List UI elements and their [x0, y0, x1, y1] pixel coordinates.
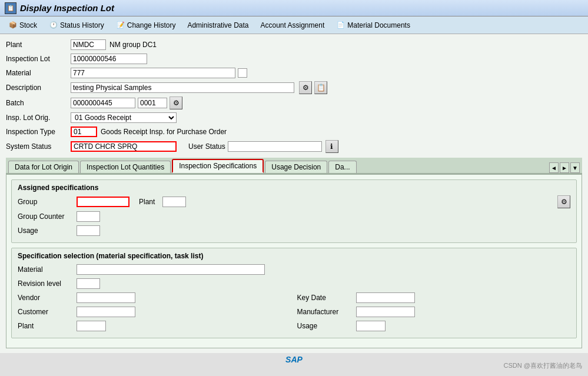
spec-usage-input[interactable] — [356, 321, 386, 331]
tab-nav-more-button[interactable]: ▼ — [570, 162, 580, 173]
tab-data-for-lot-origin[interactable]: Data for Lot Origin — [8, 161, 79, 173]
usage-row: Usage — [18, 225, 570, 237]
description-label: Description — [6, 84, 71, 92]
pencil-icon: 📝 — [116, 21, 125, 30]
tab-bar: Data for Lot Origin Inspection Lot Quant… — [6, 158, 582, 174]
batch-label: Batch — [6, 99, 71, 107]
vendor-label: Vendor — [18, 294, 77, 302]
spec-material-row: Material — [18, 264, 570, 275]
spec-usage-row: Usage — [297, 320, 571, 332]
menu-status-history[interactable]: 🕐 Status History — [44, 19, 109, 31]
group-counter-row: Group Counter — [18, 211, 570, 222]
system-status-label: System Status — [6, 142, 71, 151]
menu-administrative-data[interactable]: Administrative Data — [182, 20, 253, 31]
clock-icon: 🕐 — [49, 21, 58, 30]
menu-change-history[interactable]: 📝 Change History — [111, 19, 181, 31]
sap-logo: SAP — [285, 355, 303, 364]
spec-plant-row: Plant — [18, 320, 291, 332]
title-bar: 📋 Display Inspection Lot — [0, 0, 588, 16]
manufacturer-input[interactable] — [356, 307, 415, 317]
watermark: CSDN @喜欢打酱油的老鸟 — [504, 361, 582, 370]
description-row: Description ⚙ 📋 — [6, 81, 582, 94]
description-copy-button[interactable]: 📋 — [314, 81, 327, 94]
batch-input2[interactable] — [138, 98, 167, 108]
form-area: Plant NM group DC1 Inspection Lot Materi… — [6, 39, 582, 153]
tab-nav-area: ◄ ► ▼ — [548, 162, 580, 173]
inspection-type-row: Inspection Type Goods Receipt Insp. for … — [6, 126, 582, 138]
group-plant-input[interactable] — [162, 197, 186, 207]
manufacturer-label: Manufacturer — [297, 308, 356, 316]
plant-label: Plant — [6, 41, 71, 49]
description-settings-button[interactable]: ⚙ — [299, 81, 312, 94]
plant-row: Plant NM group DC1 — [6, 39, 582, 51]
spec-material-input[interactable] — [77, 264, 265, 275]
group-plant-label: Plant — [139, 198, 162, 206]
menu-account-assignment[interactable]: Account Assignment — [255, 20, 329, 31]
spec-usage-label: Usage — [297, 322, 356, 330]
customer-label: Customer — [18, 308, 77, 316]
spec-material-label: Material — [18, 265, 77, 274]
menu-bar: 📦 Stock 🕐 Status History 📝 Change Histor… — [0, 16, 588, 34]
system-status-input[interactable] — [71, 141, 177, 152]
menu-stock[interactable]: 📦 Stock — [4, 19, 42, 31]
plant-name: NM group DC1 — [109, 41, 157, 49]
material-label: Material — [6, 69, 71, 77]
revision-level-label: Revision level — [18, 279, 77, 288]
description-input[interactable] — [71, 82, 294, 93]
batch-icon-button[interactable]: ⚙ — [170, 97, 182, 109]
assigned-specifications-title: Assigned specifications — [18, 184, 570, 192]
group-counter-input[interactable] — [77, 211, 100, 222]
customer-input[interactable] — [77, 307, 135, 317]
menu-material-documents[interactable]: 📄 Material Documents — [331, 19, 415, 31]
tab-nav-right-button[interactable]: ► — [560, 162, 569, 173]
key-date-row: Key Date — [297, 292, 571, 304]
customer-row: Customer — [18, 306, 291, 318]
spec-col-right: Key Date Manufacturer Usage — [297, 292, 571, 334]
inspection-lot-label: Inspection Lot — [6, 55, 71, 63]
tab-inspection-specifications[interactable]: Inspection Specifications — [172, 159, 264, 173]
key-date-input[interactable] — [356, 292, 415, 303]
inspection-lot-row: Inspection Lot — [6, 53, 582, 65]
tab-da[interactable]: Da... — [328, 161, 356, 173]
vendor-row: Vendor — [18, 292, 291, 304]
material-row: Material — [6, 67, 582, 79]
system-status-row: System Status User Status ℹ — [6, 140, 582, 153]
group-input[interactable] — [77, 197, 129, 207]
stock-icon: 📦 — [8, 21, 18, 30]
inspection-type-input[interactable] — [71, 127, 97, 137]
user-status-input[interactable] — [228, 141, 322, 152]
group-row: Group Plant ⚙ — [18, 195, 570, 208]
batch-row: Batch ⚙ — [6, 97, 582, 109]
plant-code-input[interactable] — [71, 39, 106, 50]
assigned-spec-settings-button[interactable]: ⚙ — [557, 195, 570, 208]
app-icon: 📋 — [5, 2, 16, 14]
tab-nav-left-button[interactable]: ◄ — [549, 162, 559, 173]
user-status-label: User Status — [188, 142, 225, 151]
insp-lot-orig-label: Insp. Lot Orig. — [6, 114, 71, 122]
manufacturer-row: Manufacturer — [297, 306, 571, 318]
spec-col-left: Vendor Customer Plant — [18, 292, 291, 334]
vendor-input[interactable] — [77, 292, 135, 303]
insp-lot-orig-select[interactable]: 01 Goods Receipt — [71, 112, 177, 123]
insp-lot-orig-row: Insp. Lot Orig. 01 Goods Receipt — [6, 112, 582, 124]
assigned-specifications-section: Assigned specifications Group Plant ⚙ Gr… — [11, 179, 577, 243]
tab-usage-decision[interactable]: Usage Decision — [265, 161, 327, 173]
group-counter-label: Group Counter — [18, 212, 77, 221]
inspection-type-text: Goods Receipt Insp. for Purchase Order — [101, 128, 227, 136]
main-content: Plant NM group DC1 Inspection Lot Materi… — [0, 34, 588, 353]
revision-level-row: Revision level — [18, 278, 570, 290]
specification-selection-title: Specification selection (material specif… — [18, 252, 570, 260]
usage-input[interactable] — [77, 225, 100, 236]
tab-inspection-lot-quantities[interactable]: Inspection Lot Quantities — [80, 161, 171, 173]
specification-selection-section: Specification selection (material specif… — [11, 248, 577, 338]
batch-input1[interactable] — [71, 98, 135, 108]
inspection-lot-input[interactable] — [71, 54, 147, 64]
key-date-label: Key Date — [297, 294, 356, 302]
material-checkbox[interactable] — [238, 68, 247, 78]
user-status-info-button[interactable]: ℹ — [325, 140, 338, 153]
revision-level-input[interactable] — [77, 278, 100, 289]
material-input[interactable] — [71, 68, 235, 78]
spec-plant-input[interactable] — [77, 321, 106, 331]
page-title: Display Inspection Lot — [20, 3, 114, 13]
tab-content-inspection-specifications: Assigned specifications Group Plant ⚙ Gr… — [6, 174, 582, 348]
